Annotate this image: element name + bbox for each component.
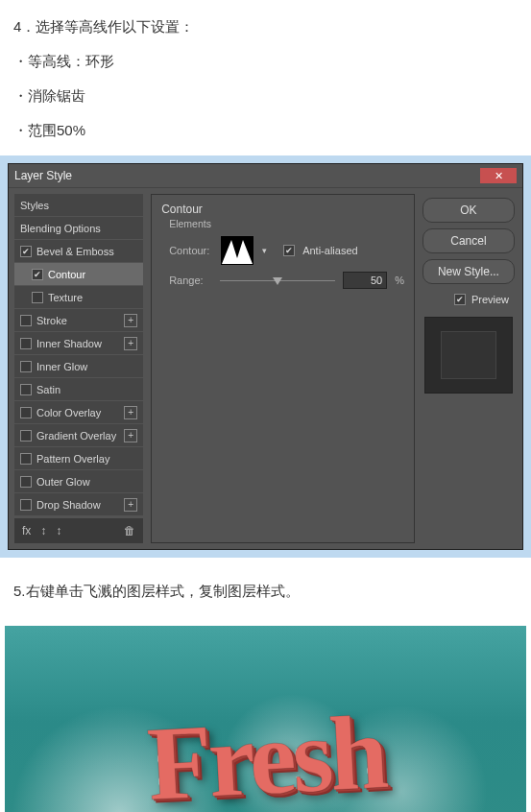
drop-shadow-row[interactable]: Drop Shadow +	[14, 493, 143, 515]
step4-bullet: ・消除锯齿	[13, 79, 518, 113]
inner-shadow-checkbox[interactable]	[20, 338, 32, 349]
texture-row[interactable]: Texture	[14, 286, 143, 308]
stroke-checkbox[interactable]	[20, 315, 32, 326]
result-image: Fresh UiBQ.CoM	[5, 626, 526, 812]
artwork-text: Fresh	[144, 691, 387, 812]
inner-glow-checkbox[interactable]	[20, 361, 32, 372]
preview-thumbnail	[424, 317, 513, 394]
panel-subsection: Elements	[169, 218, 404, 229]
window-title: Layer Style	[14, 169, 72, 182]
add-icon[interactable]: +	[124, 498, 137, 512]
add-icon[interactable]: +	[124, 337, 137, 350]
range-slider[interactable]	[220, 277, 335, 283]
gradient-overlay-row[interactable]: Gradient Overlay +	[14, 424, 143, 446]
step4-bullet: ・范围50%	[13, 113, 518, 148]
contour-field-label: Contour:	[169, 245, 212, 256]
drop-shadow-checkbox[interactable]	[20, 499, 32, 511]
range-input[interactable]: 50	[343, 272, 387, 289]
outer-glow-checkbox[interactable]	[20, 476, 32, 488]
dialog-buttons: OK Cancel New Style... Preview	[422, 194, 517, 543]
contour-panel: Contour Elements Contour: ▾ Anti-aliased	[151, 194, 415, 543]
new-style-button[interactable]: New Style...	[422, 259, 515, 284]
inner-shadow-label: Inner Shadow	[36, 338, 102, 349]
pattern-overlay-checkbox[interactable]	[20, 453, 32, 465]
gradient-overlay-checkbox[interactable]	[20, 430, 32, 442]
close-icon[interactable]: ✕	[480, 168, 517, 183]
layer-style-window: Layer Style ✕ Styles Blending Options Be…	[8, 163, 523, 550]
trash-icon[interactable]: 🗑	[124, 524, 135, 537]
stroke-row[interactable]: Stroke +	[14, 309, 143, 331]
satin-checkbox[interactable]	[20, 384, 32, 395]
texture-label: Texture	[48, 292, 83, 303]
bevel-emboss-label: Bevel & Emboss	[36, 246, 114, 257]
contour-row[interactable]: Contour	[14, 263, 143, 285]
step5-text: 5.右键单击飞溅的图层样式，复制图层样式。	[13, 583, 300, 599]
outer-glow-row[interactable]: Outer Glow	[14, 470, 143, 492]
stroke-label: Stroke	[36, 315, 67, 326]
step4-title: 4．选择等高线作以下设置：	[13, 10, 518, 44]
contour-picker[interactable]	[220, 235, 254, 266]
pattern-overlay-row[interactable]: Pattern Overlay	[14, 447, 143, 469]
styles-row[interactable]: Styles	[14, 194, 143, 216]
blending-options-row[interactable]: Blending Options	[14, 217, 143, 239]
cancel-button[interactable]: Cancel	[422, 228, 515, 253]
range-unit: %	[395, 275, 404, 286]
color-overlay-checkbox[interactable]	[20, 407, 32, 418]
pattern-overlay-label: Pattern Overlay	[36, 453, 109, 465]
blending-options-label: Blending Options	[20, 223, 101, 234]
gradient-overlay-label: Gradient Overlay	[36, 430, 116, 442]
satin-row[interactable]: Satin	[14, 378, 143, 400]
effects-list: Styles Blending Options Bevel & Emboss C…	[14, 194, 143, 543]
fx-icon[interactable]: fx	[22, 524, 31, 537]
add-icon[interactable]: +	[124, 406, 137, 419]
styles-label: Styles	[20, 200, 49, 211]
contour-checkbox[interactable]	[32, 269, 43, 280]
antialiased-label: Anti-aliased	[302, 245, 357, 256]
inner-glow-label: Inner Glow	[36, 361, 87, 372]
step4-bullet: ・等高线：环形	[13, 44, 518, 79]
antialiased-checkbox[interactable]	[283, 245, 295, 256]
color-overlay-row[interactable]: Color Overlay +	[14, 401, 143, 423]
bevel-emboss-checkbox[interactable]	[20, 246, 32, 257]
contour-label: Contour	[48, 269, 85, 280]
bevel-emboss-row[interactable]: Bevel & Emboss	[14, 240, 143, 262]
chevron-down-icon[interactable]: ▾	[262, 246, 276, 255]
preview-label: Preview	[471, 294, 509, 305]
texture-checkbox[interactable]	[32, 292, 43, 303]
range-field-label: Range:	[169, 275, 212, 286]
preview-checkbox[interactable]	[454, 294, 466, 305]
layer-style-screenshot: Layer Style ✕ Styles Blending Options Be…	[0, 155, 531, 558]
add-icon[interactable]: +	[124, 429, 137, 442]
satin-label: Satin	[36, 384, 60, 395]
ok-button[interactable]: OK	[422, 198, 515, 223]
inner-shadow-row[interactable]: Inner Shadow +	[14, 332, 143, 354]
drop-shadow-label: Drop Shadow	[36, 499, 101, 511]
panel-title: Contour	[161, 203, 404, 216]
arrow-down-icon[interactable]: ↕	[56, 524, 61, 537]
add-icon[interactable]: +	[124, 314, 137, 327]
inner-glow-row[interactable]: Inner Glow	[14, 355, 143, 377]
color-overlay-label: Color Overlay	[36, 407, 101, 418]
arrow-up-icon[interactable]: ↕	[40, 524, 46, 537]
outer-glow-label: Outer Glow	[36, 476, 90, 488]
